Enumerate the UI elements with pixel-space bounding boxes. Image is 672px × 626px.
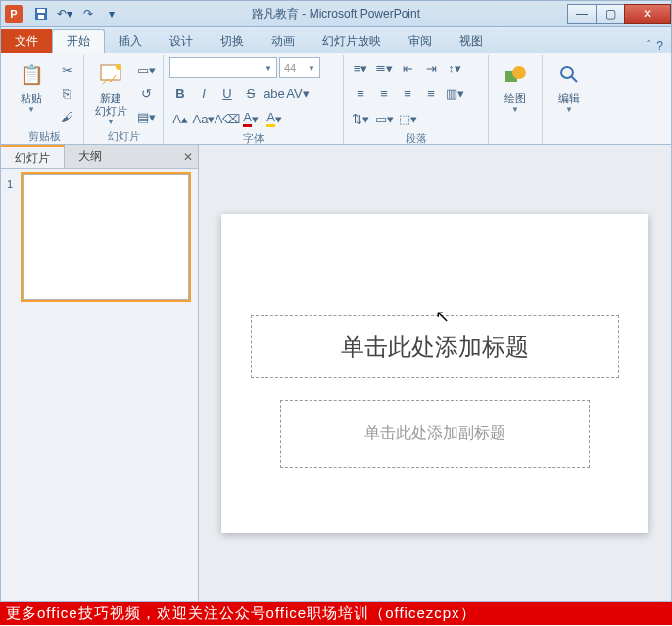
slide-thumbnail-1[interactable]: [23, 174, 189, 300]
paste-icon: 📋: [16, 59, 47, 90]
section-icon[interactable]: ▤▾: [135, 106, 157, 127]
font-size-value: 44: [284, 62, 296, 73]
bullets-icon[interactable]: ≡▾: [350, 57, 371, 78]
copy-icon[interactable]: ⎘: [56, 82, 77, 104]
minimize-button[interactable]: —: [567, 4, 597, 24]
thumbnails: 1: [1, 169, 198, 601]
title-bar: P ↶▾ ↷ ▾ 路凡教育 - Microsoft PowerPoint — ▢…: [0, 0, 672, 27]
pane-tabs: 幻灯片 大纲 ✕: [1, 145, 198, 169]
highlight-icon[interactable]: A▾: [264, 108, 285, 129]
font-name-combo[interactable]: ▼: [169, 57, 277, 78]
thumb-number: 1: [7, 174, 19, 300]
font-size-combo[interactable]: 44▼: [279, 57, 320, 78]
align-left-icon[interactable]: ≡: [350, 82, 371, 104]
tab-home[interactable]: 开始: [52, 29, 105, 53]
slides-pane: 幻灯片 大纲 ✕ 1: [1, 145, 199, 601]
footer-banner: 更多office技巧视频，欢迎关注公众号office职场培训（officezcp…: [0, 602, 672, 625]
grow-font-icon[interactable]: A▴: [169, 108, 191, 129]
format-painter-icon[interactable]: 🖌: [56, 106, 77, 127]
cut-icon[interactable]: ✂: [56, 59, 77, 80]
svg-rect-2: [38, 15, 44, 19]
svg-point-6: [512, 66, 526, 79]
app-icon: P: [5, 5, 23, 23]
align-right-icon[interactable]: ≡: [397, 82, 418, 104]
group-editing-spacer: [549, 128, 590, 144]
layout-icon[interactable]: ▭▾: [135, 59, 157, 80]
shapes-icon: [500, 59, 531, 90]
align-text-icon[interactable]: ▭▾: [373, 108, 395, 129]
ribbon: 📋 粘贴 ▼ ✂ ⎘ 🖌 剪贴板 新建 幻灯片 ▼ ▭▾ ↺ ▤▾: [0, 53, 672, 145]
tab-slideshow[interactable]: 幻灯片放映: [309, 29, 395, 53]
tab-transitions[interactable]: 切换: [207, 29, 258, 53]
pane-close-icon[interactable]: ✕: [178, 145, 198, 168]
window-controls: — ▢ ✕: [568, 4, 671, 24]
workspace: 幻灯片 大纲 ✕ 1 单击此处添加标题 单击此处添加副标题 ↖: [0, 145, 672, 602]
tab-design[interactable]: 设计: [156, 29, 207, 53]
slide-canvas[interactable]: 单击此处添加标题 单击此处添加副标题: [221, 214, 648, 533]
italic-icon[interactable]: I: [193, 82, 215, 104]
qat-customize-icon[interactable]: ▾: [101, 4, 122, 24]
pane-tab-outline[interactable]: 大纲: [65, 145, 116, 168]
justify-icon[interactable]: ≡: [420, 82, 442, 104]
pane-tab-slides[interactable]: 幻灯片: [1, 145, 65, 168]
ribbon-minimize-icon[interactable]: ˆ: [647, 39, 650, 53]
subtitle-placeholder[interactable]: 单击此处添加副标题: [280, 400, 590, 468]
editing-button[interactable]: 编辑 ▼: [549, 57, 590, 114]
save-icon[interactable]: [30, 4, 52, 24]
file-tab[interactable]: 文件: [1, 29, 52, 53]
maximize-button[interactable]: ▢: [596, 4, 625, 24]
tab-review[interactable]: 审阅: [395, 29, 446, 53]
undo-icon[interactable]: ↶▾: [54, 4, 75, 24]
tab-view[interactable]: 视图: [446, 29, 497, 53]
strike-icon[interactable]: S: [240, 82, 262, 104]
new-slide-label: 新建 幻灯片: [95, 92, 127, 118]
group-font: ▼ 44▼ B I U S abe AV▾ A▴ Aa▾ A⌫ A▾ A▾ 字体: [164, 55, 344, 144]
group-clipboard-label: 剪贴板: [11, 127, 77, 146]
tab-animations[interactable]: 动画: [258, 29, 309, 53]
group-drawing-spacer: [495, 128, 536, 144]
svg-point-4: [116, 64, 121, 70]
group-editing: 编辑 ▼: [543, 55, 596, 144]
svg-rect-1: [37, 9, 45, 13]
columns-icon[interactable]: ▥▾: [444, 82, 465, 104]
tab-insert[interactable]: 插入: [105, 29, 156, 53]
bold-icon[interactable]: B: [169, 82, 191, 104]
align-center-icon[interactable]: ≡: [373, 82, 395, 104]
group-drawing: 绘图 ▼: [489, 55, 543, 144]
window-title: 路凡教育 - Microsoft PowerPoint: [252, 6, 420, 23]
title-placeholder[interactable]: 单击此处添加标题: [251, 315, 619, 378]
thumb-row: 1: [7, 174, 192, 300]
drawing-label: 绘图: [504, 92, 526, 105]
close-button[interactable]: ✕: [624, 4, 671, 24]
numbering-icon[interactable]: ≣▾: [373, 57, 395, 78]
help-icon[interactable]: ?: [656, 39, 663, 53]
increase-indent-icon[interactable]: ⇥: [420, 57, 442, 78]
new-slide-icon: [95, 59, 126, 90]
shadow-icon[interactable]: abe: [264, 82, 285, 104]
clear-format-icon[interactable]: A⌫: [216, 108, 238, 129]
group-slides: 新建 幻灯片 ▼ ▭▾ ↺ ▤▾ 幻灯片: [84, 55, 164, 144]
svg-line-8: [571, 76, 577, 82]
paste-button[interactable]: 📋 粘贴 ▼: [11, 57, 52, 114]
slide-editor[interactable]: 单击此处添加标题 单击此处添加副标题: [199, 145, 671, 601]
quick-access-toolbar: ↶▾ ↷ ▾: [30, 4, 122, 24]
char-spacing-icon[interactable]: AV▾: [287, 82, 309, 104]
decrease-indent-icon[interactable]: ⇤: [397, 57, 418, 78]
change-case-icon[interactable]: Aa▾: [193, 108, 215, 129]
underline-icon[interactable]: U: [216, 82, 238, 104]
font-color-icon[interactable]: A▾: [240, 108, 262, 129]
paste-label: 粘贴: [21, 92, 42, 105]
smartart-icon[interactable]: ⬚▾: [397, 108, 418, 129]
group-slides-label: 幻灯片: [90, 127, 157, 146]
editing-label: 编辑: [558, 92, 580, 105]
text-direction-icon[interactable]: ⇅▾: [350, 108, 371, 129]
ribbon-tabs: 文件 开始 插入 设计 切换 动画 幻灯片放映 审阅 视图 ˆ ?: [0, 27, 672, 53]
redo-icon[interactable]: ↷: [77, 4, 99, 24]
reset-icon[interactable]: ↺: [135, 82, 157, 104]
drawing-button[interactable]: 绘图 ▼: [495, 57, 536, 114]
new-slide-button[interactable]: 新建 幻灯片 ▼: [90, 57, 131, 126]
group-clipboard: 📋 粘贴 ▼ ✂ ⎘ 🖌 剪贴板: [5, 55, 84, 144]
line-spacing-icon[interactable]: ↕▾: [444, 57, 465, 78]
find-icon: [553, 59, 585, 90]
group-paragraph: ≡▾ ≣▾ ⇤ ⇥ ↕▾ ≡ ≡ ≡ ≡ ▥▾ ⇅▾ ▭▾ ⬚▾ 段落: [344, 55, 489, 144]
